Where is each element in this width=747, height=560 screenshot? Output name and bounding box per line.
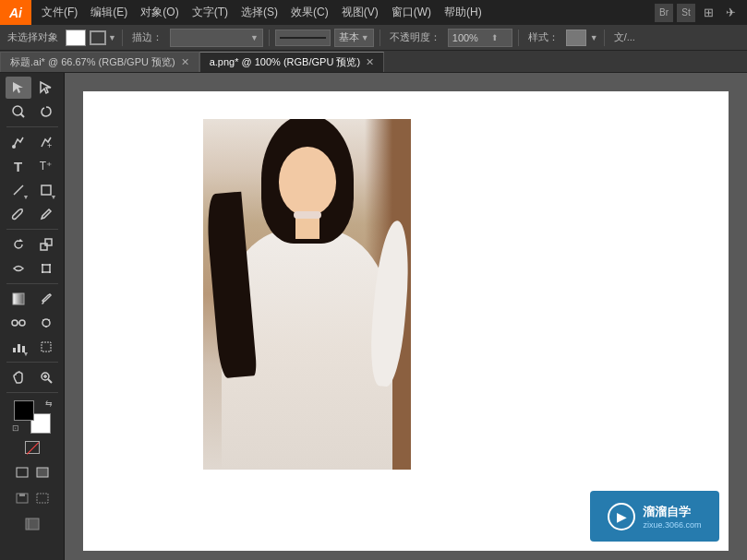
tool-row-11: ▼ — [6, 336, 59, 358]
menu-file[interactable]: 文件(F) — [35, 0, 84, 25]
warp-tool[interactable] — [6, 257, 31, 280]
tool-divider-3 — [6, 283, 58, 284]
toolbar-divider-5 — [604, 30, 605, 46]
opacity-field[interactable]: ⬆ — [448, 29, 512, 47]
mode-icons-row — [13, 487, 52, 509]
canvas-area[interactable]: ▶ 溜溜自学 zixue.3066.com — [65, 73, 747, 560]
tool-divider-4 — [6, 362, 58, 363]
svg-point-1 — [13, 106, 22, 115]
tab-2[interactable]: a.png* @ 100% (RGB/GPU 预览) ✕ — [199, 52, 384, 72]
draw-inside-icon[interactable] — [33, 487, 52, 509]
grid-icon[interactable]: ⊞ — [699, 4, 717, 22]
eyedropper-tool[interactable] — [33, 288, 59, 310]
svg-point-15 — [12, 320, 18, 326]
blend-tool[interactable] — [6, 312, 31, 334]
mode-dropdown[interactable]: ▼ — [170, 29, 263, 47]
photo-image[interactable] — [203, 119, 411, 470]
reset-color-icon[interactable]: ⊡ — [12, 423, 19, 433]
tool-divider-5 — [6, 392, 58, 393]
symbol-sprayer-tool[interactable] — [33, 312, 59, 334]
gradient-tool[interactable] — [6, 288, 31, 310]
title-bar: Ai 文件(F) 编辑(E) 对象(O) 文字(T) 选择(S) 效果(C) 视… — [0, 0, 747, 25]
svg-rect-11 — [49, 264, 51, 266]
style-arrow[interactable]: ▼ — [590, 33, 598, 42]
menu-view[interactable]: 视图(V) — [335, 0, 385, 25]
toggle-view-icon[interactable] — [19, 513, 45, 535]
swap-color-icon[interactable]: ⇆ — [45, 399, 53, 408]
svg-point-21 — [45, 326, 47, 328]
svg-point-19 — [42, 319, 44, 321]
menu-window[interactable]: 窗口(W) — [385, 0, 438, 25]
pencil-tool[interactable] — [33, 203, 59, 225]
tool-row-9 — [6, 288, 59, 310]
ai-logo: Ai — [0, 0, 31, 25]
scale-tool[interactable] — [33, 233, 59, 256]
main-area: + T T⁺ ▼ ▼ — [0, 73, 747, 560]
menu-select[interactable]: 选择(S) — [235, 0, 284, 25]
bridge-icon[interactable]: Br — [655, 4, 673, 22]
svg-rect-14 — [13, 293, 24, 304]
svg-rect-31 — [37, 468, 48, 477]
watermark-text: 溜溜自学 zixue.3066.com — [643, 504, 701, 530]
magic-wand-tool[interactable] — [6, 101, 31, 123]
line-tool[interactable]: ▼ — [6, 179, 31, 201]
opacity-label: 不透明度： — [386, 30, 444, 44]
menu-text[interactable]: 文字(T) — [186, 0, 235, 25]
lasso-tool[interactable] — [33, 101, 59, 123]
svg-rect-34 — [37, 494, 48, 503]
tab-2-label: a.png* @ 100% (RGB/GPU 预览) — [210, 55, 360, 69]
selection-label: 未选择对象 — [4, 30, 62, 44]
svg-point-2 — [12, 145, 16, 149]
svg-rect-5 — [42, 185, 51, 195]
tab-1[interactable]: 标题.ai* @ 66.67% (RGB/GPU 预览) ✕ — [0, 52, 199, 72]
menu-effect[interactable]: 效果(C) — [284, 0, 335, 25]
selection-tool[interactable] — [6, 77, 31, 99]
watermark-line1: 溜溜自学 — [643, 504, 701, 520]
menu-edit[interactable]: 编辑(E) — [84, 0, 134, 25]
stroke-arrow[interactable]: ▼ — [108, 33, 116, 42]
foreground-color-swatch[interactable] — [14, 400, 34, 421]
pen-tool[interactable] — [6, 131, 31, 153]
tab-2-close[interactable]: ✕ — [366, 56, 374, 68]
direct-selection-tool[interactable] — [33, 77, 59, 99]
stroke-style-box[interactable] — [275, 30, 331, 46]
stroke-base-dropdown[interactable]: 基本 ▼ — [334, 29, 374, 47]
fill-stroke-row — [25, 441, 40, 454]
column-graph-tool[interactable]: ▼ — [6, 336, 31, 358]
paintbrush-tool[interactable] — [6, 203, 31, 225]
zoom-tool[interactable] — [33, 366, 59, 388]
normal-mode-icon[interactable] — [13, 487, 31, 509]
menu-help[interactable]: 帮助(H) — [438, 0, 488, 25]
fill-color-box[interactable] — [66, 30, 86, 46]
stroke-color-box[interactable] — [90, 30, 106, 45]
svg-rect-30 — [17, 468, 28, 477]
tab-1-label: 标题.ai* @ 66.67% (RGB/GPU 预览) — [10, 55, 175, 69]
style-box[interactable] — [566, 30, 586, 46]
tool-row-3: + — [6, 131, 59, 153]
type-tool[interactable]: T — [6, 155, 31, 177]
stock-icon[interactable]: St — [677, 4, 695, 22]
artboard-tool[interactable] — [33, 336, 59, 358]
opacity-input[interactable] — [452, 32, 489, 43]
svg-rect-7 — [41, 244, 47, 250]
opacity-arrows[interactable]: ⬆ — [491, 33, 499, 42]
toggle-screen-mode-icon[interactable] — [13, 461, 31, 483]
tool-row-6 — [6, 203, 59, 225]
stroke-base-arrow: ▼ — [361, 33, 369, 42]
change-screen-mode-icon[interactable] — [33, 461, 52, 483]
tool-row-7 — [6, 233, 59, 256]
toolbar-divider-3 — [380, 30, 380, 46]
menu-object[interactable]: 对象(O) — [134, 0, 185, 25]
toolbar-divider-2 — [269, 30, 270, 46]
hand-tool[interactable] — [6, 366, 31, 388]
add-anchor-tool[interactable]: + — [33, 131, 59, 153]
rect-tool[interactable]: ▼ — [33, 179, 59, 201]
rotate-tool[interactable] — [6, 233, 31, 256]
tab-1-close[interactable]: ✕ — [181, 56, 189, 68]
view-icons-row — [13, 461, 52, 483]
none-fill-icon[interactable] — [25, 441, 40, 454]
free-transform-tool[interactable] — [33, 257, 59, 280]
tool-divider-1 — [6, 126, 58, 127]
send-icon[interactable]: ✈ — [721, 4, 740, 22]
touch-type-tool[interactable]: T⁺ — [33, 155, 59, 177]
